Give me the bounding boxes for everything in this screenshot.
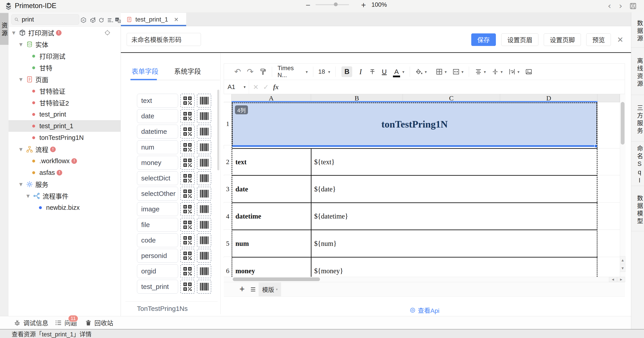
field-chip-money[interactable]: money	[137, 156, 178, 170]
vertical-scrollbar-thumb[interactable]	[621, 102, 624, 144]
barcode-icon[interactable]	[197, 140, 211, 154]
font-color-button[interactable]: A	[392, 68, 400, 76]
field-chip-selectDict[interactable]: selectDict	[137, 171, 178, 185]
row-header-5[interactable]: 5	[224, 230, 232, 257]
cell-b4[interactable]: ${datetime}	[314, 212, 348, 220]
barcode-icon[interactable]	[197, 218, 211, 232]
zoom-slider-track[interactable]	[316, 4, 349, 5]
chevron-down-icon[interactable]: ▾	[276, 287, 278, 291]
history-forward-icon[interactable]: ›	[619, 1, 622, 11]
chevron-down-icon[interactable]: ▾	[500, 70, 502, 74]
merge-cells-icon[interactable]	[452, 68, 460, 75]
cell-b5[interactable]: ${num}	[314, 240, 336, 248]
right-rail-tab[interactable]: 数据源	[631, 12, 644, 48]
qr-code-icon[interactable]	[180, 109, 195, 123]
cell-b6[interactable]: ${money}	[314, 267, 343, 275]
barcode-icon[interactable]	[197, 233, 211, 247]
new-module-icon[interactable]	[90, 17, 96, 24]
expand-caret-icon[interactable]: ▼	[19, 77, 26, 82]
tree-item[interactable]: .workflowx!	[8, 155, 121, 167]
chevron-down-icon[interactable]: ▾	[517, 70, 519, 74]
bottom-button[interactable]: 问题11	[55, 318, 77, 327]
barcode-icon[interactable]	[197, 264, 211, 278]
field-chip-test_print[interactable]: test_print	[137, 280, 178, 294]
chevron-down-icon[interactable]: ▾	[402, 70, 404, 74]
grid-corner[interactable]	[224, 94, 232, 102]
field-chip-selectOther[interactable]: selectOther	[137, 187, 178, 201]
field-chip-image[interactable]: image	[137, 202, 178, 216]
sheet-tab-template[interactable]: 模版 ▾	[259, 282, 281, 296]
cell-name-box[interactable]: A1	[228, 83, 244, 91]
font-name-select[interactable]: Times N...	[278, 65, 304, 79]
search-field[interactable]	[11, 14, 79, 25]
tree-item[interactable]: 甘特验证2	[8, 97, 121, 108]
text-wrap-icon[interactable]	[508, 68, 516, 75]
table-row[interactable]: datetime ${datetime}	[232, 203, 597, 230]
barcode-icon[interactable]	[197, 187, 211, 201]
field-chip-personid[interactable]: personid	[137, 249, 178, 263]
save-all-icon[interactable]	[629, 2, 637, 10]
tree-item[interactable]: ▼页面	[8, 74, 121, 85]
column-header-e[interactable]	[598, 94, 620, 102]
scroll-right-icon[interactable]: ▶	[617, 277, 625, 282]
cell-b2[interactable]: ${text}	[314, 158, 335, 166]
tree-item[interactable]: 甘特验证	[8, 85, 121, 97]
chevron-down-icon[interactable]: ▾	[425, 70, 427, 74]
tree-item[interactable]: tonTestPring1N	[8, 132, 121, 143]
barcode-icon[interactable]	[197, 280, 211, 294]
tab-form-fields[interactable]: 表单字段	[132, 66, 158, 76]
undo-icon[interactable]: ↶	[234, 68, 241, 75]
search-input[interactable]	[21, 16, 72, 23]
chevron-down-icon[interactable]: ▾	[462, 70, 464, 74]
barcode-icon[interactable]	[197, 171, 211, 185]
header-button[interactable]: 预览	[586, 33, 611, 46]
confirm-entry-icon[interactable]: ✓	[263, 83, 269, 91]
barcode-icon[interactable]	[197, 94, 211, 108]
tree-item[interactable]: asfas!	[8, 167, 121, 179]
fields-scrollbar[interactable]	[217, 90, 219, 170]
scroll-left-icon[interactable]: ◀	[609, 277, 617, 282]
insert-image-icon[interactable]	[525, 68, 532, 75]
save-button[interactable]: 保存	[471, 33, 496, 46]
expand-caret-icon[interactable]: ▼	[26, 194, 33, 198]
add-sheet-icon[interactable]: +	[240, 284, 244, 294]
expand-caret-icon[interactable]: ▼	[19, 182, 26, 187]
tree-item[interactable]: ▼打印测试!	[8, 27, 121, 39]
merged-cell-a1-d1[interactable]: tonTestPring1N	[232, 102, 597, 146]
borders-icon[interactable]	[436, 68, 443, 75]
view-api-link[interactable]: 查看Api	[224, 306, 626, 315]
cancel-entry-icon[interactable]: ✕	[253, 83, 259, 91]
header-button[interactable]: 设置页脚	[544, 33, 581, 46]
right-rail-tab[interactable]: 命名Sql	[631, 142, 644, 186]
barcode-icon[interactable]	[197, 125, 211, 138]
tab-test-print-1[interactable]: test_print_1 ✕	[121, 13, 186, 26]
zoom-out-icon[interactable]: −	[306, 1, 310, 10]
tab-system-fields[interactable]: 系统字段	[174, 66, 201, 76]
scroll-down-icon[interactable]: ▼	[620, 264, 626, 272]
row-header-4[interactable]: 4	[224, 203, 232, 230]
close-editor-icon[interactable]: ✕	[617, 35, 624, 44]
field-chip-code[interactable]: code	[137, 233, 178, 247]
expand-caret-icon[interactable]: ▼	[12, 30, 19, 35]
horizontal-scrollbar-thumb[interactable]	[233, 277, 320, 281]
sort-list-icon[interactable]	[107, 17, 114, 24]
table-row[interactable]: text ${text}	[232, 149, 597, 175]
expand-caret-icon[interactable]: ▼	[19, 42, 26, 47]
bold-button[interactable]: B	[342, 66, 352, 77]
expand-caret-icon[interactable]: ▼	[19, 147, 26, 152]
field-chip-orgid[interactable]: orgid	[137, 264, 178, 278]
tree-item[interactable]: ▼流程!	[8, 143, 121, 155]
cell-a3[interactable]: date	[236, 185, 248, 193]
zoom-in-icon[interactable]: +	[361, 1, 366, 10]
tree-item[interactable]: test_print_1	[8, 120, 121, 132]
font-size-select[interactable]: 18	[318, 68, 326, 75]
row-header-2[interactable]: 2	[224, 149, 232, 175]
tab-close-icon[interactable]: ✕	[174, 16, 178, 23]
cell-a4[interactable]: datetime	[236, 212, 261, 220]
tree-item[interactable]: 甘特	[8, 62, 121, 74]
field-chip-num[interactable]: num	[137, 140, 178, 154]
field-chip-file[interactable]: file	[137, 218, 178, 232]
fill-color-icon[interactable]	[416, 68, 423, 75]
sheet-list-icon[interactable]	[250, 286, 256, 292]
tree-item[interactable]: ▼服务	[8, 179, 121, 190]
